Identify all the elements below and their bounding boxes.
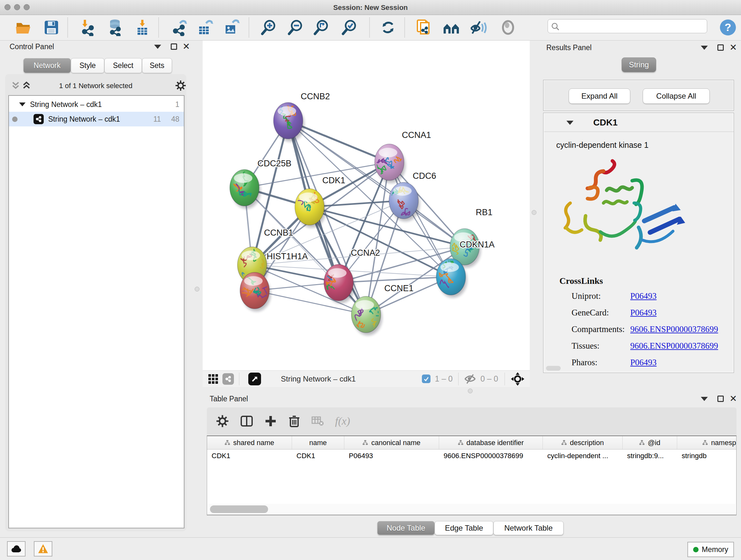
table-panel-menu-icon[interactable] — [701, 397, 708, 401]
network-row-selected[interactable]: String Network – cdk1 11 48 — [9, 112, 184, 126]
gene-box-hscroll-thumb[interactable] — [546, 366, 561, 371]
import-network-database-icon[interactable] — [106, 18, 125, 37]
crosslink-label: Pharos: — [571, 358, 597, 368]
collapse-all-button[interactable]: Collapse All — [643, 88, 710, 104]
export-table-icon[interactable] — [196, 18, 214, 37]
show-all-icon[interactable] — [499, 18, 517, 37]
export-image-icon[interactable] — [222, 18, 241, 37]
delete-column-icon[interactable] — [288, 415, 300, 428]
create-column-icon[interactable] — [264, 415, 277, 428]
cell--id[interactable]: stringdb:9... — [623, 449, 677, 462]
gene-description: cyclin-dependent kinase 1 — [556, 140, 649, 150]
import-table-icon[interactable] — [133, 18, 151, 37]
results-panel-close-icon[interactable]: ✕ — [730, 44, 737, 51]
save-session-icon[interactable] — [42, 18, 61, 37]
table-options-gear-icon[interactable] — [216, 415, 229, 428]
help-icon[interactable]: ? — [719, 18, 737, 37]
table-row[interactable]: CDK1CDK1P064939606.ENSP00000378699cyclin… — [207, 449, 737, 462]
tab-string[interactable]: String — [622, 57, 656, 72]
toolbar-separator — [458, 373, 459, 385]
cell-namespace[interactable]: stringdb — [677, 449, 737, 462]
table-hscrollbar[interactable] — [208, 504, 735, 515]
results-panel-menu-icon[interactable] — [701, 46, 708, 50]
tab-network[interactable]: Network — [23, 58, 71, 73]
table-panel-float-icon[interactable] — [718, 395, 724, 402]
cell-description[interactable]: cyclin-dependent ... — [543, 449, 623, 462]
search-input[interactable] — [562, 20, 705, 32]
column-header-namespace[interactable]: namespace — [677, 436, 737, 449]
expand-all-button[interactable]: Expand All — [569, 88, 630, 104]
grid-view-icon[interactable] — [208, 374, 219, 384]
network-canvas[interactable]: CCNB2CCNA1CDC25BCDK1CDC6RB1CCNB1CCNA2CDK… — [203, 41, 530, 370]
warnings-button[interactable] — [34, 541, 52, 557]
column-namespace-icon — [362, 440, 368, 445]
hidden-nodes-eye-icon[interactable] — [464, 374, 476, 384]
export-network-icon[interactable] — [171, 18, 189, 37]
string-view-icon[interactable] — [222, 373, 234, 385]
tab-select[interactable]: Select — [105, 58, 142, 73]
crosslink-link[interactable]: P06493 — [630, 291, 657, 301]
import-network-icon[interactable] — [79, 18, 97, 37]
cloud-services-button[interactable] — [7, 541, 25, 557]
network-node-rb1[interactable]: RB1 — [448, 207, 492, 267]
column-header-name[interactable]: name — [292, 436, 344, 449]
refresh-icon[interactable] — [379, 18, 397, 37]
column-header--id[interactable]: @id — [623, 436, 677, 449]
tab-edge-table[interactable]: Edge Table — [434, 521, 493, 535]
network-collection-row[interactable]: String Network – cdk1 1 — [9, 97, 184, 112]
network-edge[interactable] — [288, 121, 465, 247]
network-node-ccne1[interactable]: CCNE1 — [350, 284, 413, 340]
hide-selected-icon[interactable] — [469, 18, 487, 37]
open-session-icon[interactable] — [14, 18, 32, 37]
show-columns-icon[interactable] — [240, 415, 253, 428]
network-node-cdc25b[interactable]: CDC25B — [230, 159, 291, 208]
first-neighbors-icon[interactable] — [442, 18, 461, 37]
search-icon — [551, 22, 559, 30]
tab-style[interactable]: Style — [71, 58, 105, 73]
gene-collapse-caret-icon[interactable] — [566, 121, 574, 125]
table-panel-close-icon[interactable]: ✕ — [730, 395, 737, 402]
table-hscrollbar-thumb[interactable] — [210, 505, 268, 513]
zoom-fit-icon[interactable] — [312, 18, 331, 37]
control-panel-float-icon[interactable] — [171, 44, 177, 50]
string-network-icon — [33, 114, 44, 124]
node-label: HIST1H1A — [266, 252, 308, 261]
tab-sets[interactable]: Sets — [142, 58, 172, 73]
left-splitter-handle[interactable] — [195, 287, 199, 292]
cell-name[interactable]: CDK1 — [292, 449, 344, 462]
crosslink-link[interactable]: P06493 — [630, 308, 657, 318]
collapse-caret-icon[interactable] — [19, 103, 25, 106]
tab-node-table[interactable]: Node Table — [377, 521, 434, 535]
warning-icon — [38, 544, 49, 554]
zoom-in-icon[interactable] — [259, 18, 278, 37]
column-header-shared-name[interactable]: shared name — [207, 436, 292, 449]
network-options-gear-icon[interactable] — [175, 80, 186, 91]
column-header-description[interactable]: description — [543, 436, 623, 449]
right-splitter-handle[interactable] — [532, 210, 536, 215]
crosslink-link[interactable]: P06493 — [630, 358, 657, 368]
results-panel-float-icon[interactable] — [718, 44, 724, 51]
network-edge[interactable] — [339, 162, 389, 283]
fit-selected-crosshair-icon[interactable] — [511, 372, 525, 386]
tab-network-table[interactable]: Network Table — [493, 521, 563, 535]
control-panel-menu-icon[interactable] — [154, 45, 161, 49]
column-header-canonical-name[interactable]: canonical name — [344, 436, 439, 449]
birds-eye-view-icon[interactable] — [248, 373, 261, 385]
open-in-string-icon[interactable] — [414, 18, 433, 37]
cell-canonical-name[interactable]: P06493 — [344, 449, 439, 462]
cell-database-identifier[interactable]: 9606.ENSP00000378699 — [439, 449, 543, 462]
bottom-splitter-handle[interactable] — [468, 388, 473, 393]
cell-shared-name[interactable]: CDK1 — [207, 449, 292, 462]
network-edge[interactable] — [310, 207, 465, 247]
zoom-out-icon[interactable] — [286, 18, 305, 37]
zoom-selected-icon[interactable] — [340, 18, 359, 37]
selected-nodes-checkbox[interactable] — [422, 374, 430, 383]
toolbar-separator — [67, 17, 68, 37]
control-panel-close-icon[interactable]: ✕ — [183, 44, 190, 50]
memory-button[interactable]: Memory — [687, 542, 734, 557]
column-header-database-identifier[interactable]: database identifier — [439, 436, 543, 449]
node-table[interactable]: shared namenamecanonical namedatabase id… — [207, 435, 737, 515]
crosslink-link[interactable]: 9606.ENSP00000378699 — [630, 341, 718, 351]
gene-header[interactable]: CDK1 — [544, 114, 734, 132]
crosslink-link[interactable]: 9606.ENSP00000378699 — [630, 324, 718, 334]
